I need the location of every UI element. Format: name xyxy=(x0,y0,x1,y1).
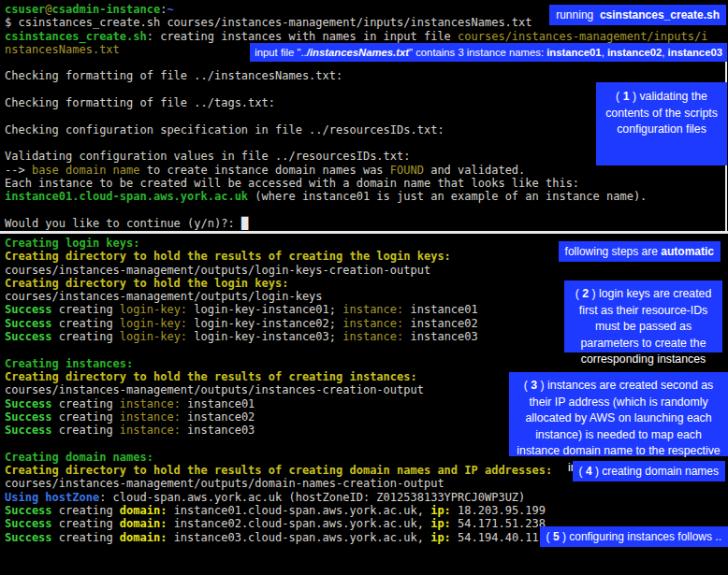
terminal-text-segment: : cloud-span.aws.york.ac.uk (hostZoneID:… xyxy=(99,491,525,504)
badge-text-segment: ) instances are created second as their … xyxy=(517,379,720,474)
terminal-text-segment: Checking formatting of file ../tags.txt: xyxy=(5,96,275,109)
terminal-text-segment: (where instance01 is just an example of … xyxy=(248,190,647,203)
terminal-text-segment: Creating directory to hold the results o… xyxy=(5,250,451,263)
terminal-text-segment: to create instance domain names was xyxy=(140,164,390,177)
terminal-line: instance01.cloud-span.aws.york.ac.uk (wh… xyxy=(5,190,707,203)
annotation-badge-step2-login-keys: ( 2 ) login keys are created first as th… xyxy=(564,280,722,352)
terminal-line: Using hostZone: cloud-span.aws.york.ac.u… xyxy=(5,491,552,504)
terminal-line: Success creating domain: instance03.clou… xyxy=(5,531,552,544)
terminal-text-segment: ip: xyxy=(430,504,451,517)
terminal-text-segment: creating xyxy=(52,410,120,424)
terminal-text-segment: login-key: xyxy=(120,330,187,343)
terminal-text-segment: Creating directory to hold the login key… xyxy=(5,277,288,290)
terminal-text-segment: creating xyxy=(52,531,120,544)
terminal-line xyxy=(5,437,552,450)
terminal-text-segment: instance: xyxy=(120,397,181,410)
badge-text-segment: following steps are xyxy=(565,245,662,258)
badge-text-segment: input file ".. xyxy=(255,47,307,58)
terminal-text-segment: --> xyxy=(5,164,32,177)
terminal-text-segment: 18.203.95.199 xyxy=(451,504,546,517)
terminal-line: courses/instances-management/outputs/log… xyxy=(5,264,552,277)
terminal-line: courses/instances-management/outputs/dom… xyxy=(5,477,552,490)
terminal-text-segment: creating xyxy=(52,397,120,410)
terminal-text-segment: Success xyxy=(5,424,52,437)
terminal-text-segment: instance01.cloud-span.aws.york.ac.uk xyxy=(5,190,248,203)
terminal-line: Each instance to be created will be acce… xyxy=(5,177,707,190)
terminal-text-segment: Success xyxy=(5,504,52,517)
terminal-text-segment: instance: xyxy=(120,410,181,424)
terminal-line: Creating instances: xyxy=(5,357,552,370)
terminal-text-segment: courses/instances-management/inputs/i xyxy=(458,30,707,43)
terminal-text-segment: instance02 xyxy=(181,410,255,424)
terminal-text-segment: @ xyxy=(45,3,51,16)
terminal-line xyxy=(5,203,707,216)
terminal-text-segment: instance02.cloud-span.aws.york.ac.uk, xyxy=(167,517,430,530)
terminal-line: Would you like to continue (y/n)?: █ xyxy=(5,217,707,230)
terminal-text-segment: Success xyxy=(5,531,52,544)
terminal-text-segment: █ xyxy=(241,217,248,230)
terminal-text-segment: ip: xyxy=(430,531,451,544)
badge-text-segment: instance03 xyxy=(668,47,722,58)
badge-text-segment: ( xyxy=(616,90,623,103)
terminal-text-segment: login-key: xyxy=(120,317,187,330)
terminal-text-segment: domain: xyxy=(120,517,167,530)
terminal-text-segment: Success xyxy=(5,303,52,316)
badge-text-segment: 4 xyxy=(586,465,592,478)
terminal-text-segment: base domain name xyxy=(32,164,140,177)
annotation-badge-input-file: input file "../instancesNames.txt" conta… xyxy=(250,43,727,62)
terminal-line: Creating domain names: xyxy=(5,451,552,464)
terminal-line: Success creating domain: instance01.clou… xyxy=(5,504,552,517)
annotation-badge-running-script: running csinstances_create.sh xyxy=(549,5,726,25)
terminal-text-segment: instance01.cloud-span.aws.york.ac.uk, xyxy=(167,504,430,517)
terminal-text-segment: instance03 xyxy=(403,330,477,343)
terminal-text-segment: FOUND xyxy=(390,164,424,177)
section-divider xyxy=(0,231,728,234)
terminal-line: Creating directory to hold the results o… xyxy=(5,250,552,263)
terminal-text-segment: csuser xyxy=(5,3,45,16)
terminal-text-segment: domain: xyxy=(120,531,167,544)
terminal-text-segment: Validating configuration values in file … xyxy=(5,150,410,163)
badge-text-segment: instance01 xyxy=(546,47,601,58)
annotated-terminal-screenshot: { "colors": { "background": "#000000", "… xyxy=(0,0,728,575)
terminal-line: Creating directory to hold the results o… xyxy=(5,464,552,477)
terminal-line: Creating login keys: xyxy=(5,237,552,250)
terminal-text-segment: csadmin-instance xyxy=(52,3,161,16)
terminal-text-segment: Success xyxy=(5,397,52,410)
badge-text-segment: ) login keys are created first as their … xyxy=(579,287,711,366)
terminal-text-segment: Creating instances: xyxy=(5,357,133,370)
annotation-badge-step4-domain-names: ( 4 ) creating domain names xyxy=(573,461,725,482)
badge-text-segment: ( xyxy=(546,530,553,543)
terminal-output-creation[interactable]: Creating login keys:Creating directory t… xyxy=(5,237,552,544)
terminal-text-segment: ~ xyxy=(167,3,173,16)
terminal-text-segment: 54.194.40.111 xyxy=(451,531,546,544)
terminal-text-segment: Would you like to continue (y/n)?: xyxy=(5,217,241,230)
terminal-text-segment: Success xyxy=(5,317,52,330)
badge-text-segment: ( xyxy=(579,465,586,478)
terminal-text-segment: courses/instances-management/outputs/ins… xyxy=(5,383,424,396)
badge-text-segment: csinstances_create.sh xyxy=(600,8,720,22)
annotation-badge-automatic-steps: following steps are automatic xyxy=(559,241,721,262)
terminal-text-segment: login-key-instance02; xyxy=(187,317,342,330)
terminal-text-segment: nstancesNames.txt xyxy=(5,43,120,56)
terminal-text-segment: Creating directory to hold the results o… xyxy=(5,370,417,383)
terminal-text-segment: instance02 xyxy=(403,317,477,330)
badge-text-segment: automatic xyxy=(661,245,714,258)
terminal-text-segment: courses/instances-management/outputs/log… xyxy=(5,264,430,277)
terminal-text-segment: instance01 xyxy=(181,397,255,410)
terminal-text-segment: creating xyxy=(52,330,120,343)
terminal-text-segment: ip: xyxy=(430,517,451,530)
terminal-text-segment: Using hostZone xyxy=(5,491,99,504)
terminal-line: Creating directory to hold the results o… xyxy=(5,370,552,383)
annotation-badge-step3-instances: ( 3 ) instances are created second as th… xyxy=(509,372,728,456)
terminal-text-segment: $ csinstances_create.sh courses/instance… xyxy=(5,16,532,29)
terminal-text-segment: instance03 xyxy=(181,424,255,437)
badge-text-segment: /instancesNames.txt xyxy=(307,47,409,58)
terminal-text-segment: Success xyxy=(5,517,52,530)
terminal-line: Success creating login-key: login-key-in… xyxy=(5,317,552,330)
terminal-line: Checking formatting of file ../instances… xyxy=(5,69,707,82)
terminal-text-segment: Creating directory to hold the results o… xyxy=(5,464,552,477)
terminal-text-segment: csinstances_create.sh xyxy=(5,30,147,43)
terminal-text-segment: Checking formatting of file ../instances… xyxy=(5,69,342,82)
terminal-text-segment: : creating instances with names in input… xyxy=(147,30,458,43)
terminal-text-segment: Success xyxy=(5,330,52,343)
